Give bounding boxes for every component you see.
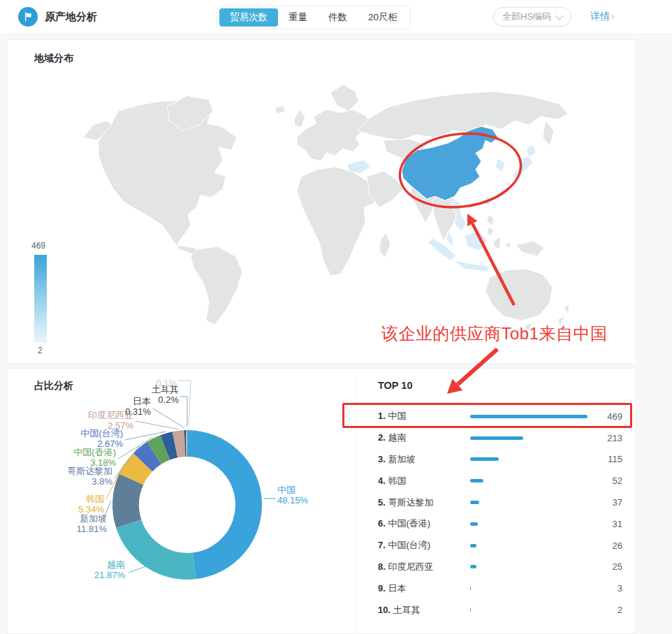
rank-value: 3 <box>587 583 622 594</box>
rank-label: 10. 土耳其 <box>378 604 470 617</box>
pie-label: 韩国5.34% <box>78 494 104 515</box>
top10-row-7: 7. 中国(台湾)26 <box>378 535 622 556</box>
header-bar: 原产地分析 贸易次数重量件数20尺柜 全部HS编码 详情› <box>0 0 672 34</box>
top10-row-4: 4. 韩国52 <box>378 470 622 492</box>
region-indonesia[interactable] <box>428 231 490 272</box>
pie-label: 哥斯达黎加3.8% <box>67 466 112 487</box>
rank-label: 9. 日本 <box>378 582 470 595</box>
rank-value: 37 <box>587 497 622 508</box>
page-title: 原产地分析 <box>45 10 97 24</box>
rank-value: 213 <box>587 433 622 443</box>
pie-slice-中国[interactable] <box>187 430 262 579</box>
rank-value: 52 <box>587 476 622 486</box>
top10-row-5: 5. 哥斯达黎加37 <box>378 492 622 513</box>
pie-label: 日本0.31% <box>125 396 151 417</box>
pie-label: 0.1% <box>156 378 177 388</box>
pie-label: 越南21.87% <box>94 559 126 580</box>
rank-label: 5. 哥斯达黎加 <box>378 496 470 509</box>
region-turkey[interactable] <box>347 160 371 174</box>
rank-value: 31 <box>587 519 622 529</box>
pie-label-line <box>129 566 146 573</box>
rank-value: 26 <box>587 540 622 551</box>
rank-bar <box>470 436 523 440</box>
tab-4[interactable]: 20尺柜 <box>358 8 408 27</box>
tab-group: 贸易次数重量件数20尺柜 <box>217 6 411 29</box>
legend-min-value: 2 <box>38 346 66 355</box>
legend-max-value: 469 <box>31 241 66 251</box>
app-logo-flag-icon <box>18 7 38 27</box>
detail-link[interactable]: 详情› <box>590 10 615 23</box>
rank-bar <box>470 565 476 568</box>
region-china[interactable] <box>402 126 498 200</box>
pie-slice-越南[interactable] <box>116 519 196 580</box>
pie-label: 中国48.15% <box>277 485 309 506</box>
world-map[interactable] <box>8 40 637 364</box>
rank-bar <box>470 501 479 504</box>
region-malaysia[interactable] <box>446 231 453 246</box>
rank-label: 6. 中国(香港) <box>378 517 470 530</box>
hs-code-dropdown[interactable]: 全部HS编码 <box>493 7 571 27</box>
pie-label: 新加坡11.81% <box>77 513 108 534</box>
map-legend: 469 2 <box>24 241 66 355</box>
tab-1[interactable]: 贸易次数 <box>219 8 278 27</box>
rank-bar <box>470 587 471 590</box>
chevron-right-icon: › <box>611 10 615 22</box>
region-korea[interactable] <box>495 158 505 172</box>
rank-label: 4. 韩国 <box>378 475 470 487</box>
tab-2[interactable]: 重量 <box>278 8 318 27</box>
top10-row-10: 10. 土耳其2 <box>378 599 622 621</box>
annotation-note: 该企业的供应商Tob1来自中国 <box>381 323 608 345</box>
pie-label-line <box>178 381 191 425</box>
rank-bar <box>470 457 499 461</box>
rank-bar <box>470 544 476 547</box>
rank-bar <box>470 522 478 526</box>
rank-label: 7. 中国(台湾) <box>378 539 470 552</box>
top10-row-9: 9. 日本3 <box>378 577 622 599</box>
rank-bar <box>470 479 483 482</box>
top10-list: 1. 中国4692. 越南2133. 新加坡1154. 韩国525. 哥斯达黎加… <box>378 406 622 621</box>
top10-row-6: 6. 中国(香港)31 <box>378 513 622 535</box>
rank-label: 8. 印度尼西亚 <box>378 561 470 573</box>
top10-row-2: 2. 越南213 <box>378 427 622 449</box>
chevron-down-icon <box>555 11 564 20</box>
pie-label: 中国(台湾)2.67% <box>80 428 123 449</box>
pie-label-line <box>136 421 179 429</box>
rank-value: 2 <box>587 605 622 615</box>
hs-code-dropdown-value: 全部HS编码 <box>502 10 551 23</box>
rank-label: 3. 新加坡 <box>378 453 470 466</box>
rank-value: 115 <box>587 454 622 464</box>
pie-label: 中国(香港)3.18% <box>73 447 116 468</box>
annotation-highlight-rect <box>342 403 632 428</box>
region-japan[interactable] <box>506 145 536 186</box>
top10-row-3: 3. 新加坡115 <box>378 449 622 471</box>
map-card: 地域分布 469 2 <box>7 39 636 364</box>
rank-value: 25 <box>587 561 622 572</box>
tab-3[interactable]: 件数 <box>318 8 358 27</box>
top10-row-8: 8. 印度尼西亚25 <box>378 556 622 578</box>
rank-bar <box>470 608 471 612</box>
landmass <box>83 84 569 330</box>
region-taiwan[interactable] <box>484 196 491 206</box>
rank-label: 2. 越南 <box>378 432 470 444</box>
legend-gradient-bar <box>34 255 47 343</box>
pie-label-line <box>180 397 187 427</box>
